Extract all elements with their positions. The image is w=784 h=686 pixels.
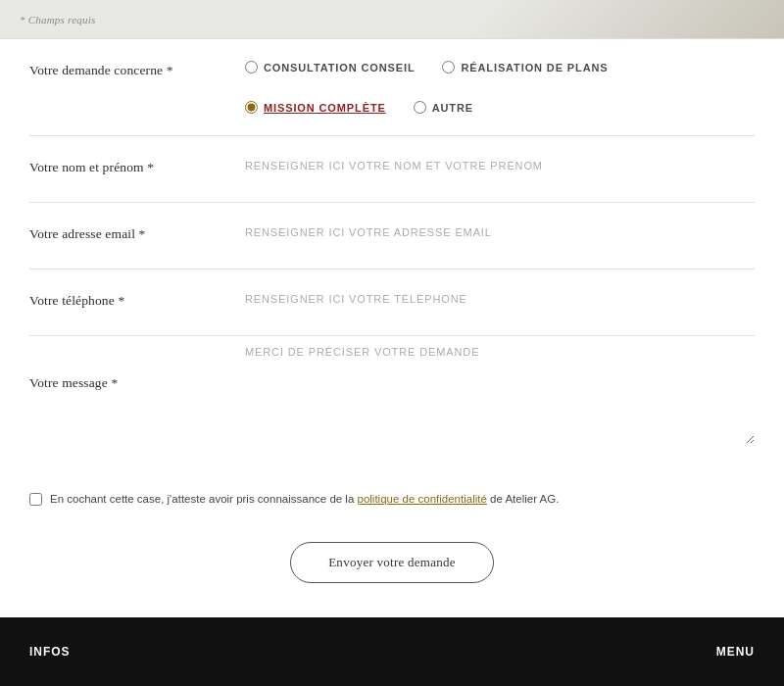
form-row-concerne: Votre demande concerne * CONSULTATION CO… (29, 39, 755, 136)
form-section: Votre demande concerne * CONSULTATION CO… (0, 39, 784, 466)
footer-menu[interactable]: MENU (716, 645, 755, 659)
footer: INFOS MENU (0, 617, 784, 686)
label-concerne: Votre demande concerne * (29, 61, 245, 78)
top-banner: * Champs requis (0, 0, 784, 39)
required-star-email: * (139, 226, 146, 241)
label-message: Votre message * (29, 346, 245, 391)
label-email: Votre adresse email * (29, 224, 245, 242)
radio-consultation[interactable]: CONSULTATION CONSEIL (245, 61, 415, 74)
radio-options-concerne: CONSULTATION CONSEIL RÉALISATION DE PLAN… (245, 61, 755, 114)
telephone-input-area (245, 291, 755, 307)
form-row-telephone: Votre téléphone * (29, 270, 755, 336)
message-placeholder-text: MERCI DE PRÉCISER VOTRE DEMANDE (245, 346, 755, 358)
checkbox-text: En cochant cette case, j'atteste avoir p… (50, 491, 559, 508)
radio-realisation[interactable]: RÉALISATION DE PLANS (442, 61, 608, 74)
radio-autre[interactable]: AUTRE (414, 101, 473, 114)
message-textarea[interactable] (245, 366, 755, 444)
required-label: * Champs requis (20, 14, 95, 25)
submit-section: Envoyer votre demande (0, 527, 784, 617)
label-telephone: Votre téléphone * (29, 291, 245, 309)
privacy-checkbox[interactable] (29, 493, 42, 506)
nom-input-area (245, 158, 755, 173)
form-row-email: Votre adresse email * (29, 203, 755, 270)
radio-consultation-input[interactable] (245, 61, 258, 74)
radio-realisation-label: RÉALISATION DE PLANS (461, 62, 608, 74)
email-input-area (245, 224, 755, 240)
required-star-nom: * (147, 160, 154, 174)
radio-mission-label: MISSION COMPLÈTE (264, 102, 386, 114)
label-nom: Votre nom et prénom * (29, 158, 245, 175)
radio-realisation-input[interactable] (442, 61, 455, 74)
submit-button[interactable]: Envoyer votre demande (290, 542, 494, 583)
telephone-input[interactable] (245, 291, 755, 307)
form-row-message: Votre message * MERCI DE PRÉCISER VOTRE … (29, 336, 755, 459)
checkbox-row: En cochant cette case, j'atteste avoir p… (29, 491, 755, 508)
radio-autre-label: AUTRE (432, 102, 473, 114)
required-star-telephone: * (118, 293, 124, 308)
radio-mission-input[interactable] (245, 101, 258, 114)
privacy-link[interactable]: politique de confidentialité (358, 493, 487, 505)
footer-infos[interactable]: INFOS (29, 645, 70, 659)
checkbox-section: En cochant cette case, j'atteste avoir p… (0, 466, 784, 527)
form-row-nom: Votre nom et prénom * (29, 136, 755, 203)
nom-input[interactable] (245, 158, 755, 173)
message-input-area: MERCI DE PRÉCISER VOTRE DEMANDE (245, 346, 755, 459)
required-star-message: * (111, 375, 118, 390)
radio-autre-input[interactable] (414, 101, 426, 114)
required-star-concerne: * (167, 63, 173, 77)
concerne-input-area: CONSULTATION CONSEIL RÉALISATION DE PLAN… (245, 61, 755, 114)
radio-mission[interactable]: MISSION COMPLÈTE (245, 101, 386, 114)
email-input[interactable] (245, 224, 755, 240)
radio-consultation-label: CONSULTATION CONSEIL (264, 62, 415, 74)
